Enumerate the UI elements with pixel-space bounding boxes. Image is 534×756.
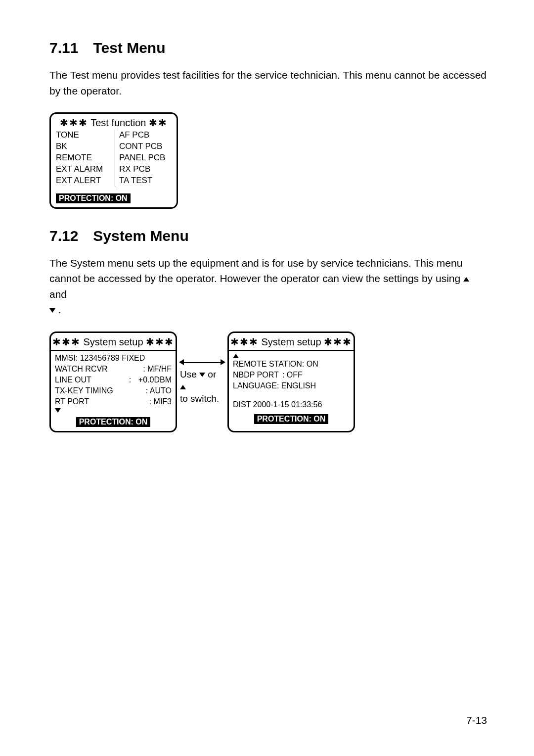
- arrow-right-icon: [221, 359, 225, 365]
- setting-key: TX-KEY TIMING: [55, 385, 113, 396]
- setting-key: MMSI: 123456789 FIXED: [55, 353, 145, 364]
- setting-key: REMOTE STATION: ON: [233, 359, 318, 370]
- setting-value: : MF/HF: [133, 364, 172, 375]
- list-item: BK: [56, 141, 113, 152]
- system-setup-row: ✱✱✱ System setup ✱✱✱ MMSI: 123456789 FIX…: [49, 331, 487, 432]
- stars-icon: ✱✱✱: [230, 336, 259, 347]
- section-number: 7.11: [49, 40, 89, 56]
- triangle-down-icon: [55, 408, 61, 413]
- protection-badge: PROTECTION: ON: [76, 417, 151, 427]
- setting-row: LANGUAGE: ENGLISH: [233, 380, 350, 391]
- section-heading-7-11: 7.11 Test Menu: [49, 40, 487, 56]
- double-arrow-icon: [180, 359, 224, 366]
- list-item: TONE: [56, 130, 113, 141]
- setting-value: : MIF3: [133, 396, 172, 407]
- section-heading-7-12: 7.12 System Menu: [49, 228, 487, 244]
- test-panel-title: ✱✱✱ Test function ✱✱: [56, 117, 172, 129]
- list-item: AF PCB: [119, 130, 172, 141]
- triangle-up-icon: [233, 354, 239, 358]
- test-col-1: TONE BK REMOTE EXT ALARM EXT ALERT: [56, 130, 113, 187]
- test-col-2: AF PCB CONT PCB PANEL PCB RX PCB TA TEST: [115, 130, 172, 187]
- setting-key: LINE OUT: [55, 375, 91, 385]
- panel-connector: Use or to switch.: [177, 331, 227, 432]
- setting-key: RT PORT: [55, 396, 89, 407]
- stars-icon: ✱✱✱: [52, 336, 81, 347]
- setting-key: NBDP PORT: [233, 370, 279, 380]
- setting-row: WATCH RCVR: MF/HF: [55, 364, 172, 375]
- setting-row: MMSI: 123456789 FIXED: [55, 353, 172, 364]
- setting-value: : OFF: [279, 370, 303, 380]
- stars-icon: ✱✱: [149, 117, 168, 128]
- stars-icon: ✱✱✱: [324, 336, 352, 347]
- list-item: EXT ALERT: [56, 175, 113, 187]
- setting-key: LANGUAGE: ENGLISH: [233, 380, 316, 391]
- page-number: 7-13: [466, 714, 487, 726]
- test-function-panel: ✱✱✱ Test function ✱✱ TONE BK REMOTE EXT …: [49, 112, 178, 209]
- setting-value: +0.0DBM: [133, 375, 172, 385]
- system-panel-title: System setup: [261, 336, 321, 347]
- section-title: Test Menu: [93, 40, 165, 56]
- connector-text: Use: [180, 369, 199, 379]
- paragraph-text: and: [49, 288, 67, 300]
- setting-row: TX-KEY TIMING: AUTO: [55, 385, 172, 396]
- paragraph-text: .: [58, 304, 61, 315]
- system-panel-title: System setup: [83, 336, 143, 347]
- list-item: RX PCB: [119, 164, 172, 175]
- setting-row: NBDP PORT: OFF: [233, 370, 350, 380]
- protection-badge: PROTECTION: ON: [56, 193, 131, 203]
- triangle-up-icon: [180, 385, 186, 389]
- colon: :: [127, 375, 133, 385]
- list-item: EXT ALARM: [56, 164, 113, 175]
- triangle-up-icon: [463, 277, 469, 282]
- connector-text: to switch.: [180, 393, 219, 404]
- list-item: CONT PCB: [119, 141, 172, 152]
- setting-row: RT PORT: MIF3: [55, 396, 172, 407]
- system-setup-panel-1: ✱✱✱ System setup ✱✱✱ MMSI: 123456789 FIX…: [49, 331, 177, 432]
- section-7-11-paragraph: The Test menu provides test facilities f…: [49, 67, 487, 98]
- system-setup-panel-2: ✱✱✱ System setup ✱✱✱ REMOTE STATION: ON …: [227, 331, 355, 432]
- arrow-left-icon: [179, 359, 184, 365]
- setting-value: : AUTO: [133, 385, 172, 396]
- list-item: PANEL PCB: [119, 152, 172, 164]
- paragraph-text: The System menu sets up the equipment an…: [49, 257, 463, 284]
- section-7-12-paragraph: The System menu sets up the equipment an…: [49, 255, 487, 318]
- triangle-down-icon: [199, 373, 205, 377]
- section-number: 7.12: [49, 228, 89, 244]
- section-title: System Menu: [93, 228, 188, 244]
- setting-row: REMOTE STATION: ON: [233, 359, 350, 370]
- stars-icon: ✱✱✱: [146, 336, 174, 347]
- setting-key: WATCH RCVR: [55, 364, 108, 375]
- connector-text: or: [208, 369, 216, 379]
- list-item: REMOTE: [56, 152, 113, 164]
- protection-badge: PROTECTION: ON: [254, 414, 329, 424]
- footer-timestamp: DIST 2000-1-15 01:33:56: [233, 399, 350, 410]
- stars-icon: ✱✱✱: [60, 117, 88, 128]
- triangle-down-icon: [49, 308, 55, 313]
- test-panel-title-text: Test function: [90, 117, 146, 128]
- list-item: TA TEST: [119, 175, 172, 187]
- setting-row: LINE OUT:+0.0DBM: [55, 375, 172, 385]
